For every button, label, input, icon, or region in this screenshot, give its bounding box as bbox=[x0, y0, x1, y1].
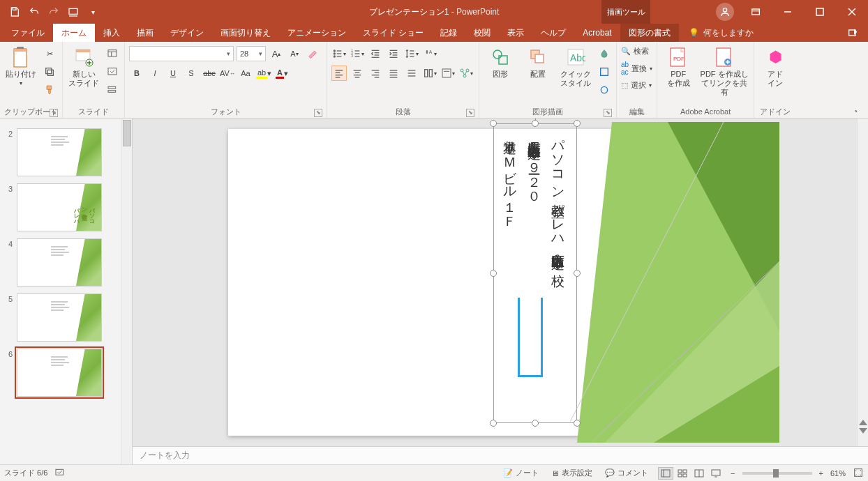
bullets-icon[interactable]: ▾ bbox=[331, 46, 347, 61]
zoom-out-button[interactable]: − bbox=[731, 469, 735, 478]
font-name-combo[interactable]: ▾ bbox=[129, 46, 234, 61]
tab-draw[interactable]: 描画 bbox=[128, 24, 162, 42]
font-size-combo[interactable]: 28▾ bbox=[237, 46, 266, 61]
zoom-value[interactable]: 61% bbox=[830, 469, 846, 478]
numbering-icon[interactable]: 123▾ bbox=[350, 46, 365, 61]
thumbnail-scrollbar[interactable] bbox=[121, 119, 132, 464]
slide-position[interactable]: スライド 6/6 bbox=[4, 468, 47, 478]
tab-file[interactable]: ファイル bbox=[3, 24, 53, 42]
columns-icon[interactable]: ▾ bbox=[422, 66, 437, 81]
shadow-button[interactable]: S bbox=[184, 66, 199, 81]
resize-handle-se[interactable] bbox=[574, 420, 581, 427]
zoom-slider[interactable] bbox=[742, 472, 812, 475]
new-slide-button[interactable]: 新しい スライド bbox=[67, 46, 100, 88]
cut-icon[interactable]: ✂ bbox=[42, 46, 57, 61]
highlight-color-button[interactable]: ab▾ bbox=[256, 66, 271, 81]
resize-handle-s[interactable] bbox=[532, 420, 539, 427]
undo-icon[interactable] bbox=[27, 4, 42, 20]
slide-reset-icon[interactable] bbox=[105, 64, 120, 79]
tab-slideshow[interactable]: スライド ショー bbox=[354, 24, 432, 42]
notes-toggle[interactable]: 📝ノート bbox=[500, 468, 541, 478]
distribute-button[interactable] bbox=[404, 66, 419, 81]
next-slide-icon[interactable] bbox=[859, 428, 867, 434]
justify-button[interactable] bbox=[386, 66, 401, 81]
textbox-selected[interactable]: パソコン教室パレハ広島市中区本通り校 広島県広島市中区本通り９ー２０ 本通りＭビ… bbox=[493, 123, 577, 423]
tab-acrobat[interactable]: Acrobat bbox=[574, 24, 620, 42]
font-color-button[interactable]: A▾ bbox=[274, 66, 290, 81]
slide-section-icon[interactable] bbox=[105, 82, 120, 98]
paste-button[interactable]: 貼り付け ▾ bbox=[4, 46, 38, 86]
spell-check-icon[interactable] bbox=[54, 467, 66, 480]
redo-icon[interactable] bbox=[46, 4, 61, 20]
slide-editor[interactable]: パソコン教室パレハ広島市中区本通り校 広島県広島市中区本通り９ー２０ 本通りＭビ… bbox=[133, 119, 868, 446]
shapes-button[interactable]: 図形 bbox=[484, 46, 517, 79]
shape-outline-icon[interactable] bbox=[597, 64, 612, 79]
thumbnail-slide[interactable]: パソコン教室パレハ bbox=[17, 183, 102, 231]
slide-sorter-view-icon[interactable] bbox=[675, 467, 690, 480]
underline-button[interactable]: U bbox=[165, 66, 181, 81]
tab-record[interactable]: 記録 bbox=[432, 24, 465, 42]
fit-to-window-icon[interactable] bbox=[853, 467, 864, 480]
strikethrough-button[interactable]: abc bbox=[202, 66, 217, 81]
tab-format[interactable]: 図形の書式 bbox=[620, 24, 679, 42]
clear-formatting-icon[interactable] bbox=[305, 46, 320, 61]
tab-animations[interactable]: アニメーション bbox=[279, 24, 354, 42]
align-left-button[interactable] bbox=[331, 66, 347, 81]
tab-home[interactable]: ホーム bbox=[53, 24, 95, 42]
increase-indent-icon[interactable] bbox=[386, 46, 401, 61]
ribbon-display-options-icon[interactable] bbox=[740, 0, 772, 24]
quick-styles-button[interactable]: Abc クイック スタイル bbox=[559, 46, 592, 88]
bold-button[interactable]: B bbox=[129, 66, 144, 81]
decrease-font-icon[interactable]: A▾ bbox=[287, 46, 302, 61]
line-spacing-icon[interactable]: ▾ bbox=[404, 46, 419, 61]
clipboard-dialog-launcher[interactable]: ⬊ bbox=[50, 109, 58, 117]
tab-design[interactable]: デザイン bbox=[162, 24, 212, 42]
thumbnail-slide[interactable] bbox=[17, 349, 102, 397]
vertical-text-content[interactable]: パソコン教室パレハ広島市中区本通り校 広島県広島市中区本通り９ー２０ 本通りＭビ… bbox=[500, 130, 569, 264]
tell-me-search[interactable]: 💡 何をしますか bbox=[679, 24, 763, 42]
qat-customize-icon[interactable]: ▾ bbox=[85, 4, 100, 20]
resize-handle-sw[interactable] bbox=[490, 420, 497, 427]
comments-toggle[interactable]: 💬コメント bbox=[602, 468, 651, 478]
align-text-icon[interactable]: ▾ bbox=[440, 66, 456, 81]
resize-handle-nw[interactable] bbox=[490, 120, 497, 127]
resize-handle-e[interactable] bbox=[574, 270, 581, 277]
thumbnail-slide[interactable] bbox=[17, 238, 102, 287]
create-pdf-button[interactable]: PDF PDF を作成 bbox=[661, 46, 695, 88]
font-dialog-launcher[interactable]: ⬊ bbox=[314, 109, 322, 117]
display-settings[interactable]: 🖥表示設定 bbox=[548, 468, 595, 478]
share-button[interactable] bbox=[837, 24, 868, 42]
increase-font-icon[interactable]: A▴ bbox=[269, 46, 284, 61]
save-icon[interactable] bbox=[7, 4, 22, 20]
prev-slide-icon[interactable] bbox=[859, 420, 867, 425]
align-center-button[interactable] bbox=[350, 66, 365, 81]
tab-transitions[interactable]: 画面切り替え bbox=[212, 24, 279, 42]
copy-icon[interactable] bbox=[42, 64, 57, 79]
resize-handle-w[interactable] bbox=[490, 270, 497, 277]
align-right-button[interactable] bbox=[368, 66, 383, 81]
format-painter-icon[interactable] bbox=[42, 82, 57, 98]
tab-insert[interactable]: 挿入 bbox=[95, 24, 128, 42]
addins-button[interactable]: ⬢ アド イン bbox=[758, 46, 792, 88]
slide-scrollbar[interactable] bbox=[857, 119, 868, 446]
select-button[interactable]: ⬚選択▾ bbox=[621, 80, 652, 91]
start-from-beginning-icon[interactable] bbox=[66, 4, 81, 20]
reading-view-icon[interactable] bbox=[691, 467, 707, 480]
arrange-button[interactable]: 配置 bbox=[521, 46, 555, 79]
maximize-button[interactable] bbox=[804, 0, 836, 24]
find-button[interactable]: 🔍検索 bbox=[621, 46, 652, 56]
replace-button[interactable]: abac置換▾ bbox=[621, 61, 652, 76]
thumbnail-slide[interactable] bbox=[17, 128, 102, 176]
normal-view-icon[interactable] bbox=[658, 467, 673, 480]
italic-button[interactable]: I bbox=[147, 66, 163, 81]
minimize-button[interactable] bbox=[772, 0, 804, 24]
slide-layout-icon[interactable] bbox=[105, 46, 120, 61]
share-pdf-button[interactable]: PDF を作成し てリンクを共有 bbox=[699, 46, 749, 98]
tab-review[interactable]: 校閲 bbox=[465, 24, 499, 42]
zoom-in-button[interactable]: + bbox=[819, 469, 823, 478]
text-direction-icon[interactable]: ⬍A▾ bbox=[422, 46, 437, 61]
drawing-dialog-launcher[interactable]: ⬊ bbox=[604, 109, 612, 117]
close-button[interactable] bbox=[836, 0, 868, 24]
tab-view[interactable]: 表示 bbox=[499, 24, 532, 42]
shape-effects-icon[interactable] bbox=[597, 82, 612, 98]
